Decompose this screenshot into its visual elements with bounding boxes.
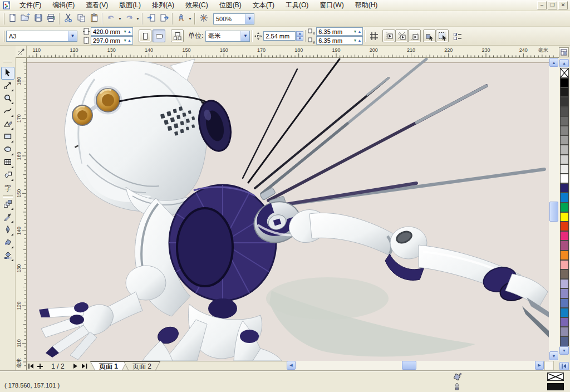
ellipse-tool[interactable]	[1, 144, 14, 156]
nudge-offset-field[interactable]	[263, 31, 296, 41]
color-swatch-ffffff[interactable]	[560, 174, 569, 183]
outline-swatch-black[interactable]	[547, 383, 564, 390]
color-swatch-000000[interactable]	[560, 78, 569, 87]
spinner-arrows-icon[interactable]: ▼▲	[352, 38, 362, 42]
snap-to-grid-button[interactable]	[367, 30, 380, 42]
color-swatch-f8a8a8[interactable]	[560, 260, 569, 270]
color-swatch-29226b[interactable]	[560, 183, 569, 193]
color-swatch-0c7bcc[interactable]	[560, 193, 569, 202]
close-button[interactable]: ✕	[558, 1, 568, 9]
duplicate-y-input[interactable]	[317, 37, 352, 44]
menu-item-3[interactable]: 版面(L)	[114, 0, 146, 12]
paper-size-combo[interactable]: A3 ▼	[6, 31, 77, 42]
color-swatch-51514f[interactable]	[560, 107, 569, 116]
scroll-left-button[interactable]: ◀	[287, 361, 296, 370]
application-launcher-button[interactable]	[175, 12, 188, 25]
chevron-down-icon[interactable]: ▼	[245, 14, 254, 24]
color-swatch-8f8cad[interactable]	[560, 327, 569, 336]
freehand-tool[interactable]	[1, 105, 14, 118]
shape-tool[interactable]	[1, 80, 14, 92]
menu-item-0[interactable]: 文件(F)	[14, 0, 47, 12]
rectangle-tool[interactable]	[1, 131, 14, 144]
add-page-button[interactable]	[36, 362, 45, 370]
color-swatch-ededeb[interactable]	[560, 164, 569, 174]
no-fill-swatch[interactable]	[560, 68, 569, 78]
redo-button[interactable]	[122, 12, 135, 25]
palette-scroll-down-button[interactable]: ▼	[559, 346, 569, 355]
vertical-scroll-thumb[interactable]	[549, 202, 558, 222]
menu-item-8[interactable]: 工具(O)	[280, 0, 314, 12]
smart-drawing-tool[interactable]	[1, 118, 14, 131]
duplicate-x-field[interactable]: ▼▲	[316, 27, 363, 36]
duplicate-x-input[interactable]	[317, 28, 352, 35]
save-document-button[interactable]	[32, 12, 45, 25]
horizontal-ruler[interactable]: 1101201301401501601701801902002102202302…	[27, 46, 559, 58]
undo-dropdown[interactable]: ▼	[117, 12, 122, 25]
copy-button[interactable]	[75, 12, 87, 25]
color-swatch-b9b9b7[interactable]	[560, 145, 569, 154]
zoom-tool[interactable]	[1, 92, 14, 105]
undo-button[interactable]	[105, 12, 117, 25]
marquee-select-button[interactable]	[436, 30, 449, 42]
horizontal-scrollbar[interactable]: ◀ ▶	[287, 361, 544, 370]
graph-paper-tool[interactable]	[1, 156, 14, 169]
export-button[interactable]	[158, 12, 170, 25]
treat-as-filled-button[interactable]	[423, 30, 436, 42]
menu-item-9[interactable]: 窗口(W)	[314, 0, 349, 12]
horizontal-scroll-thumb[interactable]	[402, 361, 416, 370]
color-swatch-7a66b4[interactable]	[560, 317, 569, 327]
vertical-scrollbar[interactable]: ▲ ▼	[549, 58, 559, 361]
snap-to-guidelines-button[interactable]	[382, 30, 395, 42]
chevron-down-icon[interactable]: ▼	[68, 31, 77, 41]
zoom-level-combo[interactable]: 500% ▼	[213, 13, 254, 24]
nudge-spinner[interactable]: ▲▼	[296, 31, 303, 41]
menu-item-6[interactable]: 位图(B)	[214, 0, 247, 12]
menu-item-4[interactable]: 排列(A)	[146, 0, 180, 12]
paper-height-field[interactable]: ▼▲	[91, 36, 133, 45]
color-swatch-b5b0da[interactable]	[560, 279, 569, 288]
propbar-grip[interactable]	[3, 31, 4, 42]
color-swatch-9f9f9d[interactable]	[560, 135, 569, 145]
color-swatch-e23b0d[interactable]	[560, 222, 569, 231]
next-page-button[interactable]	[71, 362, 80, 370]
color-swatch-373735[interactable]	[560, 97, 569, 106]
minimize-button[interactable]: –	[537, 1, 547, 9]
last-page-button[interactable]	[80, 362, 89, 370]
palette-scroll-up-button[interactable]: ▲	[559, 59, 569, 67]
color-swatch-53628e[interactable]	[560, 336, 569, 346]
scroll-down-button[interactable]: ▼	[549, 351, 558, 360]
application-launcher-dropdown[interactable]: ▼	[188, 12, 193, 25]
interactive-blend-tool[interactable]	[1, 198, 14, 211]
page-tab-2[interactable]: 页面 2	[124, 361, 160, 371]
spinner-arrows-icon[interactable]: ▼▲	[122, 30, 132, 33]
color-swatch-fef200[interactable]	[560, 212, 569, 222]
snap-to-dynamic-guides-button[interactable]	[408, 30, 421, 42]
apply-to-all-pages-button[interactable]	[171, 30, 184, 42]
toolbox-grip[interactable]	[3, 61, 12, 62]
spinner-arrows-icon[interactable]: ▼▲	[352, 30, 362, 33]
paste-button[interactable]	[87, 12, 100, 25]
drawing-canvas[interactable]	[27, 58, 549, 361]
duplicate-y-field[interactable]: ▼▲	[316, 36, 363, 45]
color-swatch-d3d3d1[interactable]	[560, 155, 569, 164]
color-swatch-00a551[interactable]	[560, 203, 569, 212]
outline-pen-tool[interactable]	[1, 224, 14, 237]
cut-button[interactable]	[62, 12, 75, 25]
fill-tool[interactable]	[1, 237, 14, 249]
chevron-down-icon[interactable]: ▼	[240, 31, 249, 41]
first-page-button[interactable]	[27, 362, 36, 370]
units-combo[interactable]: 毫米 ▼	[205, 31, 250, 42]
pick-tool[interactable]	[1, 67, 14, 80]
paper-width-field[interactable]: ▼▲	[91, 27, 133, 36]
color-swatch-f28a1e[interactable]	[560, 251, 569, 260]
eyedropper-tool[interactable]	[1, 211, 14, 224]
color-swatch-8d8ac6[interactable]	[560, 288, 569, 298]
import-button[interactable]	[145, 12, 158, 25]
redo-dropdown[interactable]: ▼	[135, 12, 140, 25]
interactive-fill-tool[interactable]	[1, 249, 14, 262]
menu-item-10[interactable]: 帮助(H)	[350, 0, 384, 12]
menu-item-5[interactable]: 效果(C)	[180, 0, 214, 12]
text-tool[interactable]: 字	[1, 182, 14, 195]
palette-expand-button[interactable]	[559, 362, 569, 370]
color-swatch-858583[interactable]	[560, 126, 569, 135]
